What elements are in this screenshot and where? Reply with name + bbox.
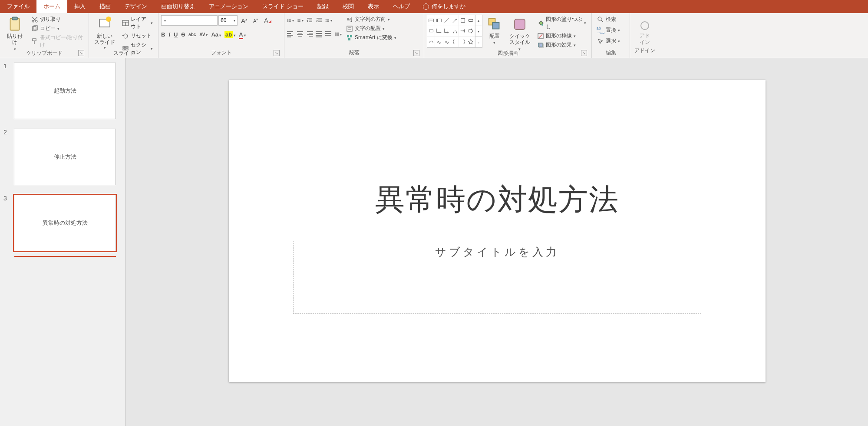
shape-effects-label: 図形の効果 — [546, 41, 572, 49]
align-right-button[interactable] — [306, 31, 313, 38]
copy-button[interactable]: コピー ▾ — [29, 24, 86, 33]
align-text-button[interactable]: 文字の配置 ▾ — [343, 24, 399, 33]
align-center-button[interactable] — [297, 31, 304, 38]
tab-slideshow[interactable]: スライド ショー — [255, 0, 310, 13]
grow-font-button[interactable]: A▴ — [238, 16, 250, 25]
thumb-title: 起動方法 — [54, 87, 76, 95]
reset-label: リセット — [131, 32, 152, 40]
tab-home[interactable]: ホーム — [36, 0, 67, 13]
columns-button[interactable] — [335, 31, 342, 38]
svg-rect-45 — [348, 38, 350, 40]
thumbnail-3[interactable]: 3 異常時の対処方法 — [3, 195, 121, 251]
slide-thumbnails-panel[interactable]: 1 起動方法 2 停止方法 3 異常時の対処方法 — [0, 58, 126, 426]
select-icon — [597, 38, 604, 45]
tab-help[interactable]: ヘルプ — [386, 0, 417, 13]
svg-point-62 — [598, 17, 601, 20]
shape-gallery[interactable]: ▴ ▾ ▿ — [427, 15, 482, 48]
font-size-input[interactable]: 60▾ — [218, 15, 238, 26]
align-text-label: 文字の配置 — [355, 25, 381, 32]
group-clipboard: 貼り付け▾ 切り取り コピー ▾ 書式コピー/貼り付け クリップボード ↘ — [0, 13, 89, 58]
subtitle-placeholder-box[interactable]: サブタイトルを入力 — [293, 241, 701, 314]
thumb-number: 1 — [3, 63, 10, 119]
reset-button[interactable]: リセット — [119, 31, 155, 40]
svg-line-63 — [601, 20, 603, 22]
line-spacing-button[interactable] — [325, 17, 332, 24]
tab-transitions[interactable]: 画面切り替え — [154, 0, 202, 13]
copy-label: コピー — [40, 25, 56, 32]
new-slide-button[interactable]: 新しい スライド ▾ — [92, 15, 118, 52]
tab-view[interactable]: 表示 — [361, 0, 386, 13]
font-color-button[interactable]: A — [239, 31, 245, 38]
gallery-up[interactable]: ▴ — [475, 15, 482, 26]
tab-record[interactable]: 記録 — [310, 0, 336, 13]
svg-rect-38 — [337, 33, 339, 36]
numbering-button[interactable]: 123 — [297, 17, 304, 24]
thumb-number: 3 — [3, 195, 10, 251]
clear-format-button[interactable]: A◢ — [261, 16, 274, 25]
reset-icon — [122, 33, 129, 40]
arrange-button[interactable]: 配置▾ — [484, 15, 505, 47]
increase-indent-button[interactable] — [316, 17, 323, 24]
paste-button[interactable]: 貼り付け▾ — [3, 15, 27, 53]
find-button[interactable]: 検索 — [594, 15, 619, 24]
find-label: 検索 — [606, 16, 616, 23]
tab-draw[interactable]: 描画 — [92, 0, 118, 13]
italic-button[interactable]: I — [168, 31, 170, 38]
addins-icon[interactable] — [640, 21, 649, 30]
tab-design[interactable]: デザイン — [118, 0, 154, 13]
char-spacing-button[interactable]: AV — [199, 32, 208, 37]
shape-effects-button[interactable]: 図形の効果 ▾ — [535, 40, 589, 50]
tab-animations[interactable]: アニメーション — [202, 0, 255, 13]
gallery-more[interactable]: ▿ — [475, 37, 482, 47]
slide-title-text[interactable]: 異常時の対処方法 — [229, 180, 766, 220]
svg-text:3: 3 — [297, 21, 298, 23]
shape-fill-button[interactable]: 図形の塗りつぶし ▾ — [535, 15, 589, 31]
text-direction-button[interactable]: IIA 文字列の方向 ▾ — [343, 15, 399, 24]
quick-styles-button[interactable]: クイック スタイル▾ — [507, 15, 533, 53]
svg-rect-43 — [347, 35, 349, 37]
layout-button[interactable]: レイアウト ▾ — [119, 15, 155, 31]
replace-icon: ab→ac — [597, 27, 604, 34]
svg-rect-53 — [469, 19, 473, 21]
highlight-button[interactable]: ab — [224, 31, 235, 38]
drawing-launcher[interactable]: ↘ — [581, 50, 587, 56]
font-launcher[interactable]: ↘ — [274, 50, 280, 56]
cut-label: 切り取り — [40, 16, 61, 23]
cut-button[interactable]: 切り取り — [29, 15, 86, 24]
tab-file[interactable]: ファイル — [0, 0, 36, 13]
svg-rect-6 — [33, 39, 36, 41]
strikethrough-button[interactable]: S — [181, 31, 185, 38]
svg-rect-0 — [10, 19, 20, 30]
distributed-button[interactable] — [325, 31, 332, 38]
format-painter-button[interactable]: 書式コピー/貼り付け — [29, 33, 86, 50]
shrink-font-button[interactable]: A▾ — [251, 17, 261, 24]
font-name-input[interactable] — [161, 15, 218, 26]
group-editing: 検索 ab→ac 置換 ▾ 選択 ▾ 編集 — [592, 13, 630, 58]
tell-me-search[interactable]: 何をしますか — [417, 0, 472, 13]
decrease-indent-button[interactable] — [306, 17, 313, 24]
justify-button[interactable] — [316, 31, 323, 38]
slide[interactable]: 異常時の対処方法 サブタイトルを入力 — [229, 80, 766, 382]
shape-outline-button[interactable]: 図形の枠線 ▾ — [535, 31, 589, 40]
change-case-button[interactable]: Aa — [211, 31, 221, 38]
tab-insert[interactable]: 挿入 — [67, 0, 92, 13]
select-button[interactable]: 選択 ▾ — [594, 37, 623, 46]
paragraph-launcher[interactable]: ↘ — [413, 50, 419, 56]
bullets-button[interactable] — [287, 17, 294, 24]
align-left-button[interactable] — [287, 31, 294, 38]
clipboard-group-label: クリップボード — [26, 50, 63, 56]
smartart-button[interactable]: SmartArt に変換 ▾ — [343, 33, 399, 42]
bold-button[interactable]: B — [161, 31, 165, 38]
tab-review[interactable]: 校閲 — [336, 0, 361, 13]
clipboard-launcher[interactable]: ↘ — [78, 50, 84, 56]
text-shadow-button[interactable]: abc — [188, 32, 196, 37]
thumbnail-1[interactable]: 1 起動方法 — [3, 63, 121, 119]
replace-button[interactable]: ab→ac 置換 ▾ — [594, 26, 623, 35]
svg-rect-44 — [350, 35, 352, 37]
underline-button[interactable]: U — [174, 31, 178, 38]
svg-rect-37 — [335, 33, 337, 36]
thumbnail-2[interactable]: 2 停止方法 — [3, 129, 121, 185]
addins-button-label[interactable]: アド イン — [640, 33, 650, 45]
slide-canvas-area[interactable]: 異常時の対処方法 サブタイトルを入力 — [126, 58, 868, 426]
gallery-down[interactable]: ▾ — [475, 26, 482, 37]
